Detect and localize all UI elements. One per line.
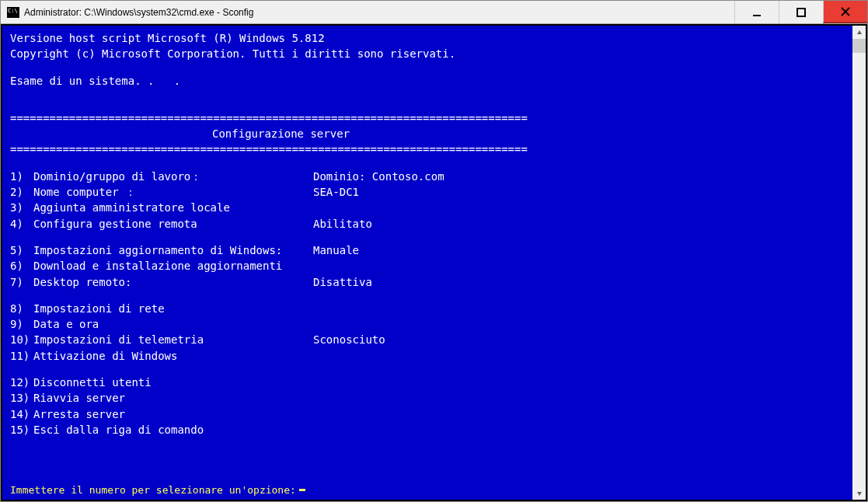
- svg-marker-5: [857, 492, 862, 496]
- menu-item-12: 12) Disconnetti utenti: [10, 375, 845, 390]
- chevron-down-icon: [856, 490, 863, 497]
- minimize-button[interactable]: [734, 1, 779, 23]
- divider-bottom: ========================================…: [10, 141, 845, 157]
- cursor: [299, 489, 305, 491]
- close-button[interactable]: [823, 1, 867, 23]
- maximize-button[interactable]: [779, 1, 823, 23]
- svg-marker-4: [857, 30, 862, 34]
- section-title: Configurazione server: [212, 126, 350, 141]
- scroll-track[interactable]: [852, 53, 866, 486]
- cmd-icon: [7, 7, 19, 18]
- menu-item-1: 1) Dominio/gruppo di lavoro： Dominio: Co…: [10, 169, 845, 184]
- titlebar-buttons: [734, 1, 867, 24]
- console-output[interactable]: Versione host script Microsoft (R) Windo…: [2, 26, 852, 500]
- menu-item-10: 10) Impostazioni di telemetria Sconosciu…: [10, 332, 845, 347]
- menu-item-3: 3) Aggiunta amministratore locale: [10, 200, 845, 215]
- close-icon: [841, 7, 850, 16]
- vertical-scrollbar[interactable]: [852, 26, 866, 500]
- menu-item-6: 6) Download e installazione aggiornament…: [10, 258, 845, 274]
- header-line-3: Esame di un sistema. . .: [10, 73, 845, 89]
- scroll-down-button[interactable]: [852, 486, 866, 500]
- header-line-1: Versione host script Microsoft (R) Windo…: [10, 30, 845, 46]
- input-prompt[interactable]: Immettere il numero per selezionare un'o…: [10, 483, 845, 498]
- scroll-up-button[interactable]: [852, 26, 866, 39]
- menu-item-15: 15) Esci dalla riga di comando: [10, 422, 845, 438]
- menu-item-8: 8) Impostazioni di rete: [10, 301, 845, 316]
- console-area: Versione host script Microsoft (R) Windo…: [1, 24, 867, 501]
- maximize-icon: [797, 8, 806, 17]
- header-line-2: Copyright (c) Microsoft Corporation. Tut…: [10, 46, 845, 61]
- menu-item-4: 4) Configura gestione remota Abilitato: [10, 216, 845, 232]
- menu-item-2: 2) Nome computer ： SEA-DC1: [10, 184, 845, 200]
- menu-item-7: 7) Desktop remoto: Disattiva: [10, 274, 845, 290]
- scroll-thumb[interactable]: [852, 39, 866, 53]
- prompt-text: Immettere il numero per selezionare un'o…: [10, 483, 296, 498]
- menu-item-13: 13) Riavvia server: [10, 390, 845, 406]
- minimize-icon: [752, 8, 762, 17]
- menu-item-5: 5) Impostazioni aggiornamento di Windows…: [10, 242, 845, 258]
- menu-item-11: 11) Attivazione di Windows: [10, 348, 845, 364]
- divider-top: ========================================…: [10, 110, 845, 126]
- chevron-up-icon: [856, 30, 863, 36]
- svg-rect-1: [797, 9, 805, 16]
- titlebar[interactable]: Administrator: C:\Windows\system32\cmd.e…: [1, 1, 867, 24]
- cmd-window: Administrator: C:\Windows\system32\cmd.e…: [0, 0, 868, 502]
- svg-rect-0: [753, 15, 761, 16]
- menu-item-14: 14) Arresta server: [10, 406, 845, 422]
- window-title: Administrator: C:\Windows\system32\cmd.e…: [24, 7, 253, 18]
- menu-item-9: 9) Data e ora: [10, 316, 845, 332]
